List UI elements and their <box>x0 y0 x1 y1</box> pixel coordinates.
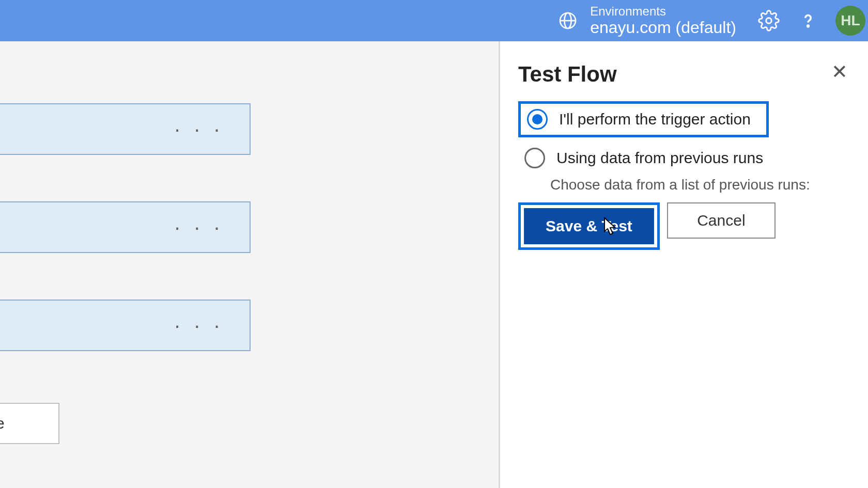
flow-step-card[interactable]: · · · <box>0 201 251 253</box>
test-flow-panel: Test Flow ✕ I'll perform the trigger act… <box>499 41 868 488</box>
card-text-tail: e <box>0 415 5 432</box>
previous-runs-hint: Choose data from a list of previous runs… <box>550 177 850 193</box>
close-icon[interactable]: ✕ <box>829 62 850 82</box>
settings-icon[interactable] <box>757 9 781 33</box>
radio-label-previous: Using data from previous runs <box>556 149 763 167</box>
flow-small-card[interactable]: e <box>0 403 59 444</box>
avatar-initials: HL <box>841 12 860 29</box>
svg-point-4 <box>808 25 809 27</box>
flow-step-card[interactable]: · · · <box>0 300 251 351</box>
environment-value: enayu.com (default) <box>590 19 736 37</box>
radio-previous-runs[interactable]: Using data from previous runs <box>518 140 850 176</box>
radio-label-perform: I'll perform the trigger action <box>559 111 751 128</box>
environment-label: Environments <box>590 5 736 18</box>
radio-perform-trigger[interactable]: I'll perform the trigger action <box>518 101 769 137</box>
radio-icon <box>524 148 545 168</box>
save-test-button[interactable]: Save & Test <box>524 208 654 244</box>
panel-title: Test Flow <box>518 62 617 87</box>
flow-canvas: · · · · · · · · · e <box>0 41 499 488</box>
avatar[interactable]: HL <box>835 6 865 36</box>
flow-step-card[interactable]: · · · <box>0 103 251 155</box>
topbar: Environments enayu.com (default) HL <box>0 0 868 41</box>
save-test-highlight: Save & Test <box>518 202 660 250</box>
svg-point-3 <box>766 18 772 24</box>
environment-picker[interactable]: Environments enayu.com (default) <box>556 5 736 37</box>
help-icon[interactable] <box>796 9 820 33</box>
cancel-button[interactable]: Cancel <box>667 202 776 239</box>
globe-icon <box>556 9 580 33</box>
radio-icon <box>527 109 548 130</box>
